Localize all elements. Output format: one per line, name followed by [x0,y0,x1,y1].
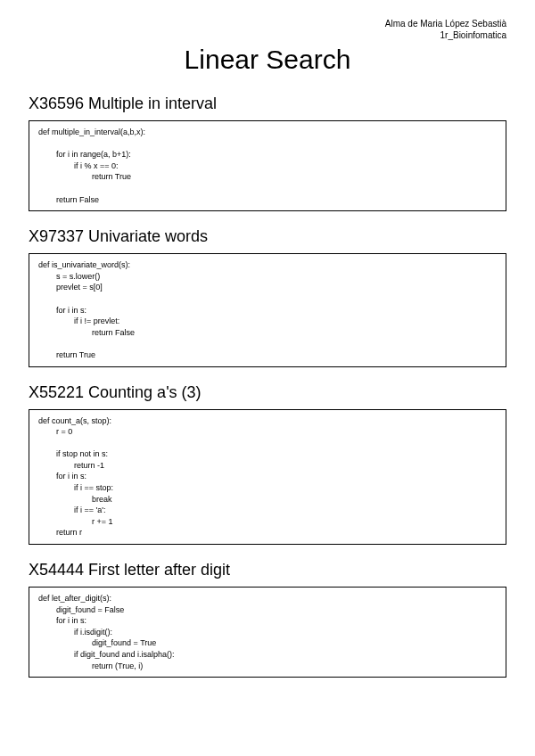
section-heading: X54444 First letter after digit [29,561,506,579]
section-heading: X97337 Univariate words [29,227,506,246]
code-block: def multiple_in_interval(a,b,x): for i i… [29,120,506,211]
code-block: def count_a(s, stop): r = 0 if stop not … [29,409,506,546]
section-heading: X36596 Multiple in interval [29,94,506,113]
page-title: Linear Search [29,45,506,75]
author-name: Alma de Maria López Sebastià [29,18,506,29]
code-block: def let_after_digit(s): digit_found = Fa… [29,587,506,678]
header-meta: Alma de Maria López Sebastià 1r_Bioinfom… [29,18,506,41]
code-block: def is_univariate_word(s): s = s.lower()… [29,253,506,366]
course-name: 1r_Bioinfomatica [29,29,506,41]
section-heading: X55221 Counting a's (3) [29,383,506,402]
